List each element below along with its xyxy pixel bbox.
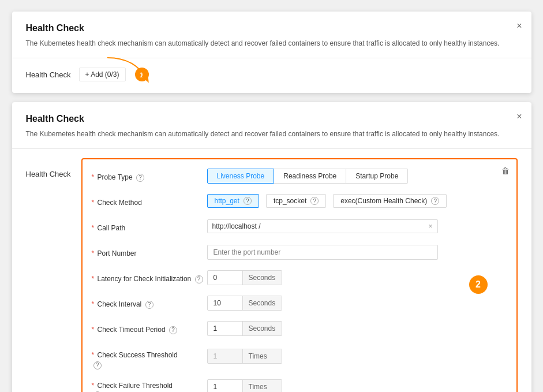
panel-1: Health Check The Kubernetes health check… [12,12,531,93]
check-interval-input-group: Seconds [207,296,282,311]
latency-label: * Latency for Check Initialization ? [92,270,207,284]
call-path-value: http://localhost / [212,222,261,230]
port-number-control [207,245,507,260]
probe-type-row: * Probe Type ? Liveness Probe Readiness … [92,169,507,187]
latency-control: Seconds [207,270,507,285]
port-number-input[interactable] [207,245,438,260]
latency-input-group: Seconds [207,270,282,285]
method-tabs: http_get ? tcp_socket ? exec(Custom Heal… [207,194,507,208]
method-http-get[interactable]: http_get ? [207,194,259,208]
latency-value-input[interactable] [208,271,242,285]
check-method-label: * Check Method [92,194,207,208]
latency-unit-label: Seconds [242,271,282,285]
check-timeout-input-group: Seconds [207,321,282,336]
check-timeout-value-input[interactable] [208,322,242,335]
panel-2-health-check-label: Health Check [26,158,72,178]
tab-startup-probe[interactable]: Startup Probe [346,169,408,184]
check-method-row: * Check Method http_get ? tcp_socket ? e… [92,194,507,212]
check-success-help-icon[interactable]: ? [93,361,102,369]
check-success-input-group: Times [207,349,282,364]
check-failure-label: * Check Failure Threshold ? [92,377,207,392]
check-timeout-row: * Check Timeout Period ? Seconds [92,321,507,339]
check-failure-unit-label: Times [242,380,282,392]
tab-readiness-probe[interactable]: Readiness Probe [274,169,346,184]
call-path-label: * Call Path [92,219,207,233]
method-exec[interactable]: exec(Custom Health Check) ? [333,194,447,208]
panel-2-divider [12,148,531,149]
tab-liveness-probe[interactable]: Liveness Probe [207,169,275,184]
panel-2: Health Check The Kubernetes health check… [12,102,531,392]
call-path-row: * Call Path http://localhost / × [92,219,507,238]
check-success-row: * Check Success Threshold ? Times [92,346,507,370]
latency-help-icon[interactable]: ? [195,275,203,283]
latency-row: * Latency for Check Initialization ? Sec… [92,270,507,289]
panel-2-title: Health Check [26,114,518,124]
port-number-row: * Port Number [92,245,507,263]
annotation-arrow [102,55,171,84]
panel-1-description: The Kubernetes health check mechanism ca… [26,38,518,48]
check-failure-input-group: Times [207,379,282,392]
check-interval-label: * Check Interval ? [92,296,207,309]
check-timeout-unit-label: Seconds [242,322,282,335]
exec-help-icon[interactable]: ? [431,197,439,205]
clear-call-path-icon[interactable]: × [428,222,432,230]
http-get-help-icon[interactable]: ? [244,197,252,205]
panel-2-description: The Kubernetes health check mechanism ca… [26,129,518,139]
probe-type-label: * Probe Type ? [92,169,207,182]
panel-1-divider [12,58,531,58]
probe-tabs: Liveness Probe Readiness Probe Startup P… [207,169,507,184]
check-success-control: Times [207,346,507,364]
check-failure-row: * Check Failure Threshold ? Times [92,377,507,392]
panel-1-close-button[interactable]: × [516,21,522,31]
panel-1-health-check-label: Health Check [26,70,72,79]
check-timeout-label: * Check Timeout Period ? [92,321,207,335]
panel-1-title: Health Check [26,23,518,33]
call-path-input[interactable]: http://localhost / × [207,219,438,233]
check-success-unit-label: Times [242,349,282,363]
check-interval-help-icon[interactable]: ? [145,301,153,309]
check-failure-control: Times [207,377,507,392]
panel-1-health-check-row: Health Check + Add (0/3) 1 [26,68,518,81]
annotation-badge-2: 2 [469,275,488,294]
check-interval-row: * Check Interval ? Seconds [92,296,507,314]
check-success-label: * Check Success Threshold ? [92,346,207,370]
method-tcp-socket[interactable]: tcp_socket ? [266,194,326,208]
panel-2-close-button[interactable]: × [516,111,522,122]
check-timeout-help-icon[interactable]: ? [169,326,177,334]
delete-icon[interactable]: 🗑 [501,166,510,176]
check-interval-control: Seconds [207,296,507,311]
port-number-label: * Port Number [92,245,207,259]
tcp-socket-help-icon[interactable]: ? [310,197,319,205]
probe-type-help-icon[interactable]: ? [136,174,144,182]
check-success-value-input [208,349,242,363]
check-failure-value-input[interactable] [208,380,242,392]
check-interval-unit-label: Seconds [242,296,282,310]
check-timeout-control: Seconds [207,321,507,336]
health-check-form: 🗑 * Probe Type ? Liveness Probe Readines… [81,158,518,392]
check-interval-value-input[interactable] [208,296,242,310]
call-path-control: http://localhost / × [207,219,507,233]
